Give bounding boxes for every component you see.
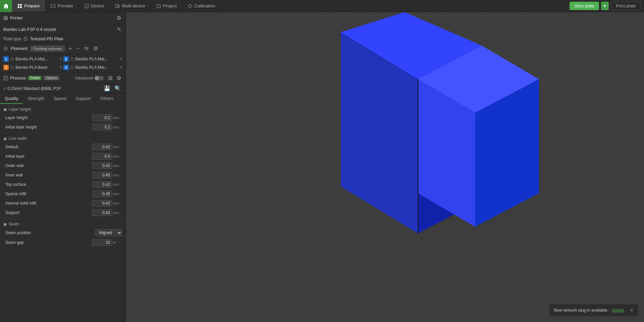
top-surface-row: Top surface mm <box>0 180 126 189</box>
internal-solid-infill-input[interactable] <box>92 200 112 207</box>
svg-rect-0 <box>18 4 19 6</box>
line-width-group-icon: ▣ <box>3 137 7 141</box>
tab-calibration[interactable]: Calibration <box>182 0 221 12</box>
filament-settings-button[interactable]: ⚙ <box>92 45 99 52</box>
filament-grid: 1 Bambu PLA Mat... ✎ 2 Bambu PLA Mat... … <box>0 54 126 73</box>
tab-calibration-label: Calibration <box>194 3 215 8</box>
main-layout: Printer ⚙ Bambu Lab P1P 0.4 nozzle ✎ Pla… <box>0 12 644 322</box>
top-surface-input[interactable] <box>92 181 112 188</box>
process-grid-button[interactable]: ⊞ <box>107 75 113 81</box>
layer-height-input[interactable] <box>92 114 112 121</box>
seam-position-input-wrap: Aligned Nearest Random <box>95 229 122 236</box>
tab-quality[interactable]: Quality <box>0 94 23 104</box>
filament-edit-3[interactable]: ✎ <box>59 65 62 70</box>
multi-device-icon <box>115 4 120 8</box>
printer-settings-button[interactable]: ⚙ <box>116 15 122 21</box>
initial-layer-height-unit: mm <box>113 125 122 129</box>
support-row: Support mm <box>0 208 126 217</box>
print-plate-label: Print plate <box>616 3 636 8</box>
tab-strength[interactable]: Strength <box>23 94 49 104</box>
slice-plate-dropdown[interactable]: ▾ <box>601 2 609 10</box>
filament-edit-1[interactable]: ✎ <box>59 57 62 61</box>
support-input-wrap: mm <box>92 209 122 216</box>
tab-preview[interactable]: Preview <box>45 0 79 12</box>
svg-point-17 <box>4 47 7 50</box>
filament-item-2: 2 Bambu PLA Mat... ✎ <box>63 55 123 63</box>
tab-multi-device[interactable]: Multi-device <box>110 0 151 12</box>
tab-speed[interactable]: Speed <box>49 94 71 104</box>
svg-rect-3 <box>20 6 22 8</box>
sparse-infill-input[interactable] <box>92 191 112 197</box>
filament-edit-2[interactable]: ✎ <box>119 57 122 61</box>
layer-height-label: Layer height <box>5 115 92 120</box>
plate-type-label: Plate type <box>3 37 21 41</box>
filament-add-button[interactable]: + <box>67 46 73 52</box>
profile-save-button[interactable]: 💾 <box>103 85 111 92</box>
tab-device[interactable]: Device <box>79 0 110 12</box>
left-panel: Printer ⚙ Bambu Lab P1P 0.4 nozzle ✎ Pla… <box>0 12 126 322</box>
printer-name: Bambu Lab P1P 0.4 nozzle <box>3 27 56 32</box>
process-settings-button[interactable]: ⚙ <box>116 75 122 81</box>
svg-point-21 <box>11 66 13 69</box>
toggle-knob <box>95 76 99 80</box>
initial-layer-label: Initial layer <box>5 154 92 159</box>
notification-details-link[interactable]: Details <box>612 308 624 313</box>
layer-height-input-wrap: mm <box>92 114 122 121</box>
settings-content: ▣ Layer height Layer height mm Initial l… <box>0 104 126 322</box>
filament-sync-button[interactable]: ⟳ <box>83 45 90 52</box>
inner-wall-unit: mm <box>113 173 122 177</box>
topbar-right: Slice plate ▾ Print plate <box>569 1 644 10</box>
preview-icon <box>51 4 55 8</box>
tab-project[interactable]: Project <box>151 0 182 12</box>
top-surface-input-wrap: mm <box>92 181 122 188</box>
notification-panel: New network plug-in available. Details ✕ <box>549 304 639 317</box>
seam-gap-input[interactable] <box>92 239 112 246</box>
plate-type-row: Plate type Textured PEI Plate <box>0 35 126 43</box>
seam-group-icon: ▣ <box>3 222 7 226</box>
internal-solid-infill-label: Internal solid infill <box>5 201 92 206</box>
line-width-group-header: ▣ Line width <box>0 133 126 142</box>
svg-rect-1 <box>20 4 22 6</box>
badge-global[interactable]: Global <box>28 76 42 80</box>
notification-close-button[interactable]: ✕ <box>630 308 634 313</box>
badge-objects[interactable]: Objects <box>44 76 59 80</box>
profile-row: ∨ 0.20mm Standard @BBL P1P 💾 🔍 <box>0 84 126 94</box>
initial-layer-input[interactable] <box>92 153 112 160</box>
filament-edit-4[interactable]: ✎ <box>119 65 122 70</box>
home-button[interactable] <box>0 0 12 12</box>
flushing-volumes-button[interactable]: Flushing volumes <box>30 46 65 52</box>
tab-speed-label: Speed <box>54 96 66 101</box>
seam-gap-label: Seam gap <box>5 240 92 245</box>
profile-search-button[interactable]: 🔍 <box>113 85 122 92</box>
slice-plate-button[interactable]: Slice plate <box>569 2 599 10</box>
support-label: Support <box>5 210 92 215</box>
svg-rect-6 <box>116 4 118 8</box>
initial-layer-height-input[interactable] <box>92 124 112 130</box>
plate-type-value: Textured PEI Plate <box>30 37 63 41</box>
tab-support[interactable]: Support <box>71 94 96 104</box>
filament-title-label: Filament <box>11 46 28 51</box>
advanced-toggle[interactable] <box>94 76 104 80</box>
advanced-toggle-row: Advanced <box>75 76 104 80</box>
svg-rect-4 <box>85 4 88 8</box>
seam-position-row: Seam position Aligned Nearest Random <box>0 228 126 238</box>
printer-edit-button[interactable]: ✎ <box>116 26 122 33</box>
top-surface-label: Top surface <box>5 182 92 187</box>
outer-wall-input[interactable] <box>92 162 112 169</box>
inner-wall-input[interactable] <box>92 172 112 178</box>
default-input[interactable] <box>92 144 112 150</box>
seam-group-header: ▣ Seam <box>0 219 126 228</box>
printer-title: Printer <box>3 15 23 20</box>
internal-solid-infill-unit: mm <box>113 201 122 205</box>
support-input[interactable] <box>92 209 112 216</box>
profile-name-text: 0.20mm Standard @BBL P1P <box>7 86 61 91</box>
process-icon <box>3 76 8 80</box>
tab-prepare[interactable]: Prepare <box>12 0 45 12</box>
print-plate-button[interactable]: Print plate <box>611 1 641 10</box>
seam-position-select[interactable]: Aligned Nearest Random <box>95 229 122 236</box>
filament-remove-button[interactable]: − <box>76 46 81 52</box>
outer-wall-label: Outer wall <box>5 163 92 168</box>
initial-layer-height-row: Initial layer height mm <box>0 122 126 132</box>
tab-others[interactable]: Others <box>96 94 118 104</box>
initial-layer-unit: mm <box>113 154 122 158</box>
